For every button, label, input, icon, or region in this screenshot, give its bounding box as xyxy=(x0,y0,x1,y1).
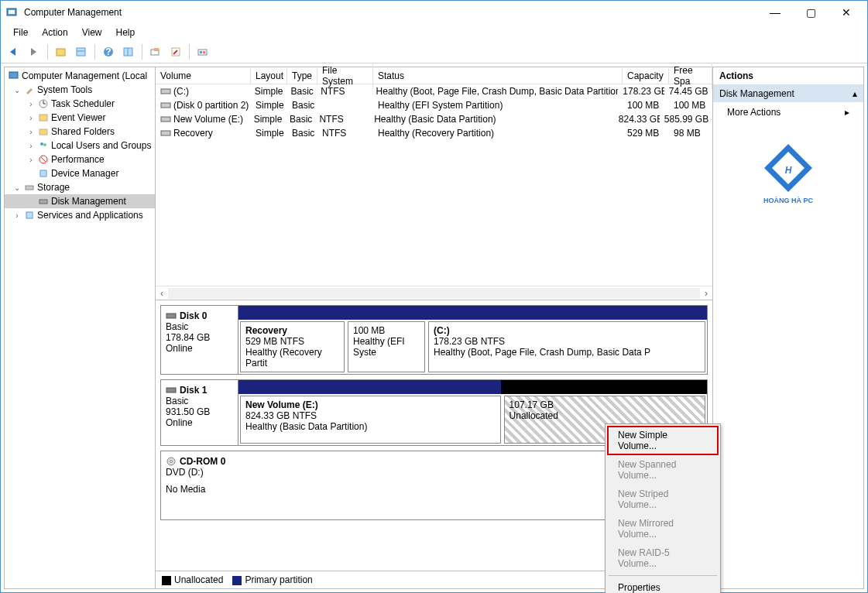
disk-state: Online xyxy=(166,417,233,428)
partition-stripe xyxy=(238,380,707,394)
cell-value: Recovery xyxy=(173,128,213,139)
scroll-left-icon[interactable]: ‹ xyxy=(156,288,168,299)
tree-label: Device Manager xyxy=(51,168,118,179)
tree-disk-management[interactable]: Disk Management xyxy=(5,194,155,208)
tree-root[interactable]: Computer Management (Local xyxy=(5,69,155,83)
up-button[interactable] xyxy=(53,43,70,60)
disk-info[interactable]: Disk 0 Basic 178.84 GB Online xyxy=(161,306,238,374)
table-row[interactable]: New Volume (E:) Simple Basic NTFS Health… xyxy=(156,112,712,126)
disk-size: 931.50 GB xyxy=(166,406,233,417)
properties-button[interactable] xyxy=(167,43,184,60)
svg-rect-2 xyxy=(57,49,65,56)
tree-label: Task Scheduler xyxy=(51,98,115,109)
ctx-new-striped-volume[interactable]: New Striped Volume... xyxy=(607,485,719,514)
part-size: 824.33 GB NTFS xyxy=(245,410,496,421)
disk-partitions: Recovery 529 MB NTFS Healthy (Recovery P… xyxy=(238,306,707,374)
ctx-new-raid5-volume[interactable]: New RAID-5 Volume... xyxy=(607,543,719,573)
expand-icon[interactable]: › xyxy=(26,100,36,108)
svg-rect-13 xyxy=(200,51,202,53)
help-button[interactable]: ? xyxy=(100,43,117,60)
disk-name: Disk 1 xyxy=(180,385,207,396)
disk-size: 178.84 GB xyxy=(166,332,233,343)
partition-c[interactable]: (C:) 178.23 GB NTFS Healthy (Boot, Page … xyxy=(428,321,705,372)
tools-icon xyxy=(23,84,36,96)
actions-section[interactable]: Disk Management ▴ xyxy=(713,85,863,102)
expand-icon[interactable]: › xyxy=(26,114,36,122)
part-size: 529 MB NTFS xyxy=(245,336,339,347)
part-size: 100 MB xyxy=(353,325,420,336)
tree-storage[interactable]: ⌄Storage xyxy=(5,180,155,194)
svg-rect-1 xyxy=(9,10,15,14)
tree-shared-folders[interactable]: ›Shared Folders xyxy=(5,125,155,139)
table-row[interactable]: Recovery Simple Basic NTFS Healthy (Reco… xyxy=(156,126,712,140)
collapse-icon[interactable]: ⌄ xyxy=(12,183,22,192)
services-icon xyxy=(23,209,36,221)
minimize-button[interactable]: — xyxy=(757,1,793,24)
legend-primary: Primary partition xyxy=(232,574,312,585)
volume-icon xyxy=(160,115,171,123)
menu-view[interactable]: View xyxy=(76,26,108,39)
back-button[interactable] xyxy=(5,43,22,60)
performance-icon xyxy=(37,153,50,166)
col-type[interactable]: Type xyxy=(287,68,317,84)
close-button[interactable]: ✕ xyxy=(829,1,864,24)
cell-value: Basic xyxy=(285,113,314,125)
expand-icon[interactable]: › xyxy=(26,142,36,150)
scroll-right-icon[interactable]: › xyxy=(700,288,712,299)
tree-services[interactable]: ›Services and Applications xyxy=(5,208,155,222)
view-button[interactable] xyxy=(73,43,90,60)
tree-event-viewer[interactable]: ›Event Viewer xyxy=(5,111,155,125)
window-controls: — ▢ ✕ xyxy=(757,1,864,24)
col-capacity[interactable]: Capacity xyxy=(623,68,669,84)
menu-action[interactable]: Action xyxy=(36,26,74,39)
tree-local-users[interactable]: ›Local Users and Groups xyxy=(5,139,155,153)
window-title: Computer Management xyxy=(24,7,757,18)
partition-stripe xyxy=(238,306,707,320)
cell-value: Basic xyxy=(287,99,317,111)
menu-help[interactable]: Help xyxy=(110,26,142,39)
cell-value: 100 MB xyxy=(623,99,669,111)
tree-task-scheduler[interactable]: ›Task Scheduler xyxy=(5,97,155,111)
horizontal-scrollbar[interactable]: ‹ › xyxy=(156,286,712,300)
col-volume[interactable]: Volume xyxy=(156,68,251,84)
partition-e[interactable]: New Volume (E:) 824.33 GB NTFS Healthy (… xyxy=(240,396,501,444)
cell-value: NTFS xyxy=(314,113,369,125)
menu-file[interactable]: File xyxy=(7,26,34,39)
cell-value: 74.45 GB xyxy=(664,85,712,98)
svg-rect-15 xyxy=(9,72,18,78)
expand-icon[interactable]: › xyxy=(26,156,36,164)
expand-icon[interactable]: › xyxy=(12,211,22,220)
partition-efi[interactable]: 100 MB Healthy (EFI Syste xyxy=(348,321,425,372)
ctx-new-spanned-volume[interactable]: New Spanned Volume... xyxy=(607,455,719,485)
part-status: Unallocated xyxy=(509,410,700,421)
col-status[interactable]: Status xyxy=(373,68,623,84)
col-layout[interactable]: Layout xyxy=(251,68,287,84)
maximize-button[interactable]: ▢ xyxy=(793,1,829,24)
chevron-right-icon: ▸ xyxy=(845,107,849,118)
collapse-icon: ▴ xyxy=(853,88,857,99)
list-button[interactable] xyxy=(120,43,137,60)
svg-rect-26 xyxy=(161,89,170,94)
tree-device-manager[interactable]: Device Manager xyxy=(5,166,155,180)
ctx-new-mirrored-volume[interactable]: New Mirrored Volume... xyxy=(607,514,719,543)
table-row[interactable]: (C:) Simple Basic NTFS Healthy (Boot, Pa… xyxy=(156,84,712,98)
refresh-button[interactable] xyxy=(147,43,164,60)
more-actions[interactable]: More Actions ▸ xyxy=(713,102,863,122)
table-row[interactable]: (Disk 0 partition 2) Simple Basic Health… xyxy=(156,98,712,112)
ctx-properties[interactable]: Properties xyxy=(607,578,719,593)
scroll-track[interactable] xyxy=(168,288,700,299)
actions-panel: Actions Disk Management ▴ More Actions ▸… xyxy=(712,67,863,588)
ctx-new-simple-volume[interactable]: New Simple Volume... xyxy=(607,426,719,455)
disk-info[interactable]: Disk 1 Basic 931.50 GB Online xyxy=(161,380,238,445)
folder-icon xyxy=(37,125,50,138)
titlebar: Computer Management — ▢ ✕ xyxy=(1,1,867,24)
forward-button[interactable] xyxy=(26,43,43,60)
settings-button[interactable] xyxy=(194,43,211,60)
tree-system-tools[interactable]: ⌄ System Tools xyxy=(5,83,155,97)
tree-label: Services and Applications xyxy=(37,210,143,221)
partition-recovery[interactable]: Recovery 529 MB NTFS Healthy (Recovery P… xyxy=(240,321,345,372)
cdrom-icon xyxy=(166,456,177,467)
tree-performance[interactable]: ›Performance xyxy=(5,153,155,166)
expand-icon[interactable]: › xyxy=(26,128,36,136)
collapse-icon[interactable]: ⌄ xyxy=(12,86,22,94)
